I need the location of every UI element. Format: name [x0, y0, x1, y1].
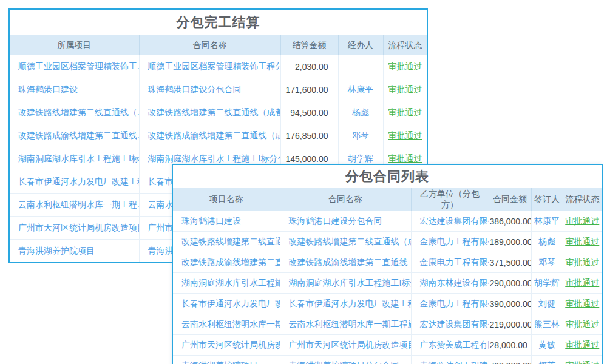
cell-link[interactable]: 顺德工业园区档案管理精装饰工...	[18, 61, 139, 71]
table-cell: 176,850.00	[280, 124, 338, 147]
cell-text: 171,600.00	[285, 85, 328, 95]
status-link[interactable]: 审批通过	[565, 257, 599, 267]
cell-link[interactable]: 宏达建设集团有限公司	[420, 319, 489, 329]
cell-link[interactable]: 金康电力工程有限公司	[420, 298, 489, 308]
cell-link[interactable]: 珠海鹤港口建设	[181, 216, 241, 226]
table-cell: 湖南洞庭湖水库引水工程施工I标分包合同	[280, 273, 411, 294]
cell-link[interactable]: 金康电力工程有限公司	[420, 237, 489, 246]
table-cell: 顺德工业园区档案管理精装饰工程分...	[139, 55, 280, 78]
cell-link[interactable]: 改建铁路成渝线增建第二直通线...	[181, 257, 280, 267]
table-cell: 798,380.00	[489, 356, 531, 364]
cell-link[interactable]: 金康电力工程有限公司	[420, 257, 489, 267]
table-cell: 湖南洞庭湖水库引水工程施工I标	[10, 147, 139, 170]
table-cell: 青海洪湖养护院项目	[10, 240, 139, 263]
cell-link[interactable]: 长春市伊通河水力发电厂改建工程	[18, 177, 139, 186]
cell-link[interactable]: 青海洪湖养护院项目	[18, 246, 95, 255]
status-link[interactable]: 审批通过	[388, 107, 422, 117]
person-name: 杨彪	[538, 237, 555, 246]
table-cell: 珠海鹤港口建设分包合同	[280, 211, 411, 232]
cell-text: 386,000.00	[490, 217, 532, 226]
cell-link[interactable]: 云南水利枢纽潜明水库一期工程施工I标...	[289, 319, 412, 329]
status-link[interactable]: 审批通过	[565, 319, 599, 329]
table-cell: 长春市伊通河水力发电厂改建工程	[173, 294, 280, 314]
cell-link[interactable]: 云南水利枢纽潜明水库一期工程...	[181, 319, 280, 329]
table-cell: 广东赞美成工程有限...	[411, 335, 489, 356]
table-row: 改建铁路线增建第二线直通线（...改建铁路线增建第二线直通线（成都-...94,…	[10, 101, 427, 124]
cell-link[interactable]: 改建铁路线增建第二线直通线（...	[181, 237, 280, 246]
cell-link[interactable]: 广东赞美成工程有限...	[420, 340, 489, 349]
cell-link[interactable]: 改建铁路线增建第二线直通线（成都-...	[148, 107, 281, 117]
cell-link[interactable]: 云南水利枢纽潜明水库一期工程...	[18, 200, 139, 209]
table-row: 改建铁路线增建第二线直通线（...改建铁路线增建第二线直通线（成都-西...金康…	[173, 232, 602, 252]
cell-link[interactable]: 青海洪湖养护院项目	[181, 360, 258, 364]
cell-link[interactable]: 青海洪湖养护院项目分包合同	[289, 360, 399, 364]
table-cell: 改建铁路成渝线增建第二直通线...	[10, 124, 139, 147]
cell-link[interactable]: 长春市伊通河水力发电厂改建工程分包...	[289, 298, 412, 308]
table-cell: 杨彪	[531, 232, 563, 252]
table-row: 长春市伊通河水力发电厂改建工程长春市伊通河水力发电厂改建工程分包...金康电力工…	[173, 294, 602, 314]
panel2-body: 珠海鹤港口建设珠海鹤港口建设分包合同宏达建设集团有限公司386,000.00林康…	[173, 211, 602, 364]
cell-link[interactable]: 湖南洞庭湖水库引水工程施工I标	[181, 278, 280, 288]
table-cell: 云南水利枢纽潜明水库一期工程施工I标...	[280, 314, 411, 335]
table-cell: 青海洪湖养护院项目分包合同	[280, 356, 411, 364]
cell-link[interactable]: 长春市	[148, 177, 174, 186]
status-link[interactable]: 审批通过	[388, 84, 422, 94]
cell-link[interactable]: 广州市天河区统计局机房改造项目分包...	[289, 340, 412, 349]
status-link[interactable]: 审批通过	[565, 340, 599, 349]
cell-link[interactable]: 湖南洞庭湖水库引水工程施工I标分包合同	[289, 278, 412, 288]
cell-link[interactable]: 宏达建设集团有限公司	[420, 216, 489, 226]
cell-link[interactable]: 湖南东林建设有限公司	[420, 278, 489, 288]
cell-link[interactable]: 湖南洞庭湖水库引水工程施工I标分包...	[148, 153, 281, 163]
table-row: 湖南洞庭湖水库引水工程施工I标湖南洞庭湖水库引水工程施工I标分包合同湖南东林建设…	[173, 273, 602, 294]
cell-link[interactable]: 青海洪	[148, 246, 174, 255]
cell-link[interactable]: 改建铁路线增建第二线直通线（...	[18, 107, 139, 117]
cell-link[interactable]: 改建铁路线增建第二线直通线（成都-西...	[289, 237, 412, 246]
cell-link[interactable]: 改建铁路成渝线增建第二直通线（成...	[148, 130, 281, 140]
cell-link[interactable]: 广州市天河区统计局机房改造项目	[18, 223, 139, 232]
table-cell: 云南水利枢纽潜明水库一期工程...	[173, 314, 280, 335]
cell-link[interactable]: 湖南洞庭湖水库引水工程施工I标	[18, 153, 139, 163]
person-name: 邓琴	[352, 130, 369, 140]
table-cell: 青海临达创工程建设...	[411, 356, 489, 364]
table-cell: 珠海鹤港口建设分包合同	[139, 78, 280, 101]
column-header: 项目名称	[173, 188, 280, 211]
table-row: 云南水利枢纽潜明水库一期工程...云南水利枢纽潜明水库一期工程施工I标...宏达…	[173, 314, 602, 335]
table-cell: 林康平	[531, 211, 563, 232]
cell-link[interactable]: 珠海鹤港口建设分包合同	[148, 84, 242, 94]
table-cell: 改建铁路成渝线增建第二直通线...	[173, 252, 280, 273]
table-row: 改建铁路成渝线增建第二直通线...改建铁路成渝线增建第二直通线（成渝...金康电…	[173, 252, 602, 273]
cell-link[interactable]: 改建铁路成渝线增建第二直通线（成渝...	[289, 257, 412, 267]
status-link[interactable]: 审批通过	[565, 278, 599, 288]
table-cell: 171,600.00	[280, 78, 338, 101]
status-link[interactable]: 审批通过	[388, 61, 422, 71]
cell-text: 28,000.00	[490, 340, 527, 350]
cell-link[interactable]: 珠海鹤港口建设分包合同	[289, 216, 382, 226]
table-row: 珠海鹤港口建设珠海鹤港口建设分包合同171,600.00林康平审批通过	[10, 78, 427, 101]
cell-link[interactable]: 顺德工业园区档案管理精装饰工程分...	[148, 61, 281, 71]
cell-link[interactable]: 广州市	[148, 223, 174, 232]
status-link[interactable]: 审批通过	[565, 216, 599, 226]
cell-text: 798,380.00	[490, 361, 532, 364]
table-cell: 改建铁路线增建第二线直通线（...	[173, 232, 280, 252]
cell-link[interactable]: 云南水	[148, 200, 174, 209]
cell-link[interactable]: 长春市伊通河水力发电厂改建工程	[181, 298, 280, 308]
table-row: 改建铁路成渝线增建第二直通线...改建铁路成渝线增建第二直通线（成...176,…	[10, 124, 427, 147]
table-cell: 审批通过	[383, 55, 427, 78]
table-cell: 2,030.00	[280, 55, 338, 78]
status-link[interactable]: 审批通过	[565, 237, 599, 246]
status-link[interactable]: 审批通过	[388, 153, 422, 163]
cell-link[interactable]: 广州市天河区统计局机房改造项目	[181, 340, 280, 349]
table-cell: 审批通过	[563, 294, 602, 314]
cell-link[interactable]: 改建铁路成渝线增建第二直通线...	[18, 130, 139, 140]
cell-link[interactable]: 青海临达创工程建设...	[420, 360, 489, 364]
person-name: 杨彪	[352, 107, 369, 117]
cell-link[interactable]: 珠海鹤港口建设	[18, 84, 78, 94]
table-cell: 219,000.00	[489, 314, 531, 335]
status-link[interactable]: 审批通过	[388, 130, 422, 140]
table-cell: 胡学辉	[531, 273, 563, 294]
status-link[interactable]: 审批通过	[565, 298, 599, 308]
table-cell: 审批通过	[563, 356, 602, 364]
table-cell: 邓琴	[338, 124, 383, 147]
table-cell: 宏达建设集团有限公司	[411, 314, 489, 335]
status-link[interactable]: 审批通过	[565, 360, 599, 364]
